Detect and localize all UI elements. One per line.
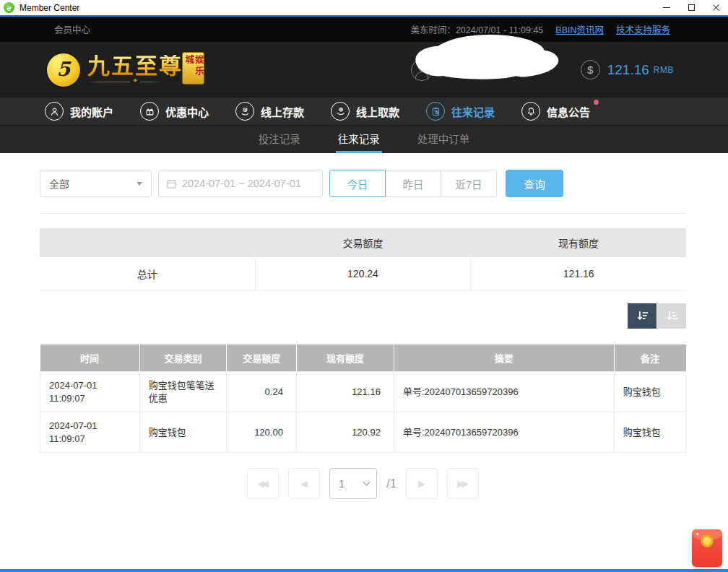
red-envelope-button[interactable]: ✦ (692, 529, 722, 567)
notification-dot (594, 100, 599, 105)
sparkle-icon: ✦ (696, 532, 700, 537)
cell-type: 购宝钱包 (139, 412, 227, 453)
balance-currency: RMB (654, 65, 674, 75)
window-title: Member Center (20, 3, 79, 13)
window-controls (654, 0, 728, 15)
eastern-time-label: 美东时间：2024/07/01 - 11:09:45 (410, 22, 543, 36)
bell-icon (521, 102, 540, 121)
records-table: 时间 交易类别 交易额度 现有额度 摘要 备注 2024-07-01 11:09… (40, 344, 686, 454)
nav-item-promotions[interactable]: 优惠中心 (140, 102, 209, 121)
withdraw-coin-hand-icon (331, 102, 350, 121)
first-page-button[interactable]: ◀◀ (247, 468, 279, 499)
last7days-button[interactable]: 近7日 (441, 170, 497, 197)
member-center-window: e Member Center 会员中心 美东时间：2024/07/01 - 1… (0, 0, 728, 572)
titlebar: e Member Center (0, 0, 728, 15)
cell-amount: 0.24 (227, 372, 297, 412)
content-area: 全部 2024-07-01 ~ 2024-07-01 今日 昨日 近7日 查询 … (0, 153, 728, 569)
bottom-accent-bar (0, 569, 728, 572)
table-row: 2024-07-01 11:09:07 购宝钱包 120.00 120.92 单… (40, 412, 686, 453)
close-button[interactable] (703, 0, 728, 15)
logo-text: 九五至尊 (87, 55, 183, 79)
balance-amount: 121.16 (607, 62, 649, 78)
summary-total-label: 总计 (40, 257, 255, 290)
category-select[interactable]: 全部 (40, 170, 152, 197)
balance-display: $ 121.16 RMB (581, 60, 674, 79)
browser-app-icon: e (4, 2, 14, 13)
cell-balance: 120.92 (296, 412, 394, 453)
sort-descending-icon (636, 309, 649, 323)
header-bar: 5 九五至尊 娱乐城 $ 121.16 RMB (0, 42, 728, 98)
nav-item-announcements[interactable]: 信息公告 (521, 102, 590, 121)
bbin-news-link[interactable]: BBIN资讯网 (555, 22, 604, 36)
records-header-row: 时间 交易类别 交易额度 现有额度 摘要 备注 (40, 344, 686, 372)
page-select-value: 1 (339, 477, 344, 490)
cell-balance: 121.16 (296, 372, 394, 412)
summary-table: 交易额度 现有额度 总计 120.24 121.16 (40, 228, 686, 291)
records-clipboard-icon (426, 102, 445, 121)
maximize-icon (688, 4, 695, 11)
sort-controls (40, 303, 686, 329)
table-row: 2024-07-01 11:09:07 购宝钱包笔笔送优惠 0.24 121.1… (40, 372, 686, 412)
summary-total-balance: 121.16 (471, 257, 686, 290)
logo-badge: 娱乐城 (182, 52, 205, 84)
logo-flourish (87, 79, 183, 84)
page-total-label: /1 (386, 477, 396, 491)
col-summary: 摘要 (394, 344, 614, 372)
sub-nav: 投注记录 往来记录 处理中订单 (0, 125, 728, 153)
section-label: 会员中心 (54, 22, 90, 36)
minimize-button[interactable] (654, 0, 679, 15)
sort-descending-button[interactable] (628, 303, 656, 329)
previous-page-button[interactable]: ◀ (288, 468, 320, 499)
tech-support-link[interactable]: 技术支持服务 (616, 22, 670, 36)
col-time: 时间 (40, 344, 140, 372)
logo-mark-icon: 5 (47, 53, 80, 87)
deposit-coin-hand-icon (235, 102, 254, 121)
main-nav: 我的账户 优惠中心 线上存款 线上取款 往来记录 (0, 98, 728, 125)
nav-item-my-account[interactable]: 我的账户 (45, 102, 113, 121)
gold-coin-icon (701, 534, 714, 547)
summary-header-trade: 交易额度 (255, 228, 471, 257)
summary-total-row: 总计 120.24 121.16 (40, 257, 686, 290)
close-icon (712, 4, 720, 12)
cell-summary: 单号:202407013659720396 (394, 372, 614, 412)
cell-time: 2024-07-01 11:09:07 (40, 412, 140, 453)
cell-amount: 120.00 (227, 412, 297, 453)
quick-date-group: 今日 昨日 近7日 (329, 170, 497, 197)
summary-header-empty (40, 228, 255, 257)
date-range-input[interactable]: 2024-07-01 ~ 2024-07-01 (158, 170, 323, 197)
summary-header-row: 交易额度 现有额度 (40, 228, 686, 257)
col-type: 交易类别 (139, 344, 227, 372)
search-button[interactable]: 查询 (506, 170, 563, 197)
tab-transaction-records[interactable]: 往来记录 (336, 126, 382, 153)
info-bar: 会员中心 美东时间：2024/07/01 - 11:09:45 BBIN资讯网 … (0, 17, 728, 42)
tab-betting-records[interactable]: 投注记录 (256, 126, 303, 153)
sort-ascending-icon (665, 309, 679, 323)
col-balance: 现有额度 (296, 344, 394, 372)
gift-icon (140, 102, 159, 121)
tab-processing-orders[interactable]: 处理中订单 (415, 126, 472, 153)
summary-header-balance: 现有额度 (471, 228, 686, 257)
last-page-button[interactable]: ▶▶ (447, 468, 479, 499)
yesterday-button[interactable]: 昨日 (385, 170, 441, 197)
page-select[interactable]: 1 (329, 468, 377, 499)
nav-item-transaction-records[interactable]: 往来记录 (426, 102, 495, 121)
maximize-button[interactable] (679, 0, 703, 15)
chevron-down-icon (363, 479, 370, 486)
cell-summary: 单号:202407013659720396 (394, 412, 614, 453)
caret-down-icon (136, 182, 142, 186)
today-button[interactable]: 今日 (329, 170, 386, 197)
col-note: 备注 (614, 344, 685, 372)
sort-ascending-button[interactable] (657, 303, 686, 329)
summary-total-trade: 120.24 (255, 257, 471, 290)
filter-row: 全部 2024-07-01 ~ 2024-07-01 今日 昨日 近7日 查询 (40, 170, 686, 197)
nav-item-withdraw[interactable]: 线上取款 (331, 102, 399, 121)
date-range-value: 2024-07-01 ~ 2024-07-01 (182, 178, 301, 189)
site-logo[interactable]: 5 九五至尊 娱乐城 (47, 53, 204, 87)
nav-item-deposit[interactable]: 线上存款 (235, 102, 304, 121)
divider (40, 213, 686, 214)
next-page-button[interactable]: ▶ (406, 468, 438, 499)
calendar-icon (166, 178, 177, 189)
dollar-icon: $ (581, 60, 600, 79)
cell-note: 购宝钱包 (614, 412, 685, 453)
person-icon (45, 102, 64, 121)
